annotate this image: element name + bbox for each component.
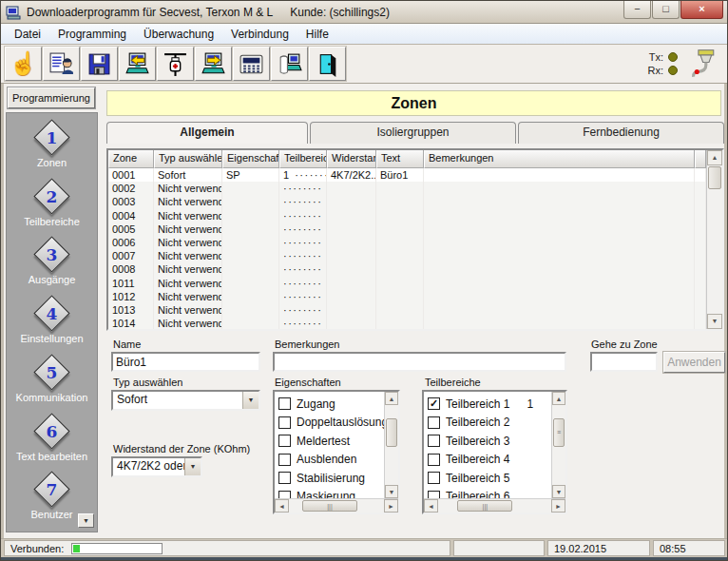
bemerkungen-input[interactable] — [273, 352, 566, 372]
sidebar-item-teilbereiche[interactable]: 2 Teilbereiche — [7, 180, 97, 239]
scrollbar-thumb[interactable]: ||| — [302, 500, 357, 512]
checkbox[interactable] — [278, 397, 291, 410]
eigenschaft-stabilisierung[interactable]: Stabilisierung — [278, 469, 382, 488]
print-button[interactable] — [271, 47, 308, 81]
sidebar-item-einstellungen[interactable]: 4 Einstellungen — [7, 297, 97, 356]
eigenschaft-zugang[interactable]: Zugang — [278, 395, 382, 414]
menu-verbindung[interactable]: Verbindung — [223, 26, 297, 43]
zone-test-button[interactable] — [157, 47, 194, 81]
checkbox[interactable] — [278, 435, 291, 447]
send-button[interactable] — [195, 47, 232, 81]
col-eigenschaften[interactable]: Eigenschaften — [222, 150, 279, 168]
sidebar-item-text-bearbeiten[interactable]: 6 Text bearbeiten — [7, 415, 97, 474]
anwenden-button[interactable]: Anwenden — [663, 352, 725, 373]
scroll-up-icon[interactable]: ▲ — [707, 150, 722, 165]
gehe-zu-zone-input[interactable] — [590, 352, 658, 372]
tab-allgemein[interactable]: Allgemein — [106, 122, 308, 144]
eigenschaften-vertical-scrollbar[interactable]: ▲ ▼ — [384, 392, 398, 498]
col-typ[interactable]: Typ auswählen — [154, 150, 222, 168]
scrollbar-thumb[interactable] — [386, 418, 397, 447]
menu-ueberwachung[interactable]: Überwachung — [136, 26, 221, 43]
tab-isoliergruppen[interactable]: Isoliergruppen — [310, 122, 516, 144]
table-row[interactable]: 0005Nicht verwendet ········ — [108, 222, 706, 236]
scroll-left-icon[interactable]: ◄ — [424, 499, 438, 513]
teilbereich-6[interactable]: Teilbereich 6 — [428, 488, 549, 499]
teilbereich-1[interactable]: ✓ Teilbereich 1 1 — [428, 395, 549, 414]
scroll-left-icon[interactable]: ◄ — [275, 499, 289, 513]
programmierung-header-button[interactable]: Programmierung — [8, 87, 95, 108]
eigenschaft-ausblenden[interactable]: Ausblenden — [278, 451, 382, 470]
checkbox[interactable] — [428, 435, 440, 447]
tab-fernbedienung[interactable]: Fernbedienung — [518, 122, 724, 144]
teilbereich-3[interactable]: Teilbereich 3 — [428, 432, 549, 451]
teilbereich-5[interactable]: Teilbereich 5 — [428, 469, 549, 488]
checkbox[interactable] — [428, 416, 440, 429]
col-zone[interactable]: Zone — [108, 150, 154, 168]
checkbox[interactable] — [278, 491, 291, 498]
name-input[interactable] — [111, 352, 260, 372]
close-button[interactable]: × — [680, 1, 723, 19]
sidebar-scroll-down-button[interactable]: ▼ — [78, 513, 94, 528]
menu-datei[interactable]: Datei — [7, 26, 48, 43]
table-row[interactable]: 1012Nicht verwendet ········ — [108, 290, 706, 303]
combo-arrow-icon[interactable]: ▼ — [242, 392, 259, 409]
minimize-button[interactable]: − — [623, 1, 651, 19]
table-row[interactable]: 0008Nicht verwendet ········ — [108, 262, 706, 276]
scroll-down-icon[interactable]: ▼ — [552, 485, 565, 498]
scrollbar-thumb[interactable] — [708, 166, 721, 189]
table-row[interactable]: 0003Nicht verwendet ········ — [108, 195, 706, 208]
sidebar-item-ausgaenge[interactable]: 3 Ausgänge — [7, 238, 97, 297]
teilbereich-4[interactable]: Teilbereich 4 — [428, 451, 549, 470]
teilbereich-2[interactable]: Teilbereich 2 — [428, 414, 549, 433]
exit-button[interactable] — [309, 47, 346, 81]
checkbox[interactable] — [428, 491, 440, 498]
eigenschaft-meldertest[interactable]: Meldertest — [278, 432, 382, 451]
table-row[interactable]: 0001Sofort SP1 ······· 4K7/2K2...Büro1 — [108, 168, 706, 182]
receive-button[interactable] — [119, 47, 156, 81]
table-vertical-scrollbar[interactable]: ▲ ▼ — [706, 150, 722, 329]
checkbox[interactable] — [278, 416, 291, 429]
scroll-up-icon[interactable]: ▲ — [552, 392, 565, 405]
teilbereiche-horizontal-scrollbar[interactable]: ◄ ||| ► — [424, 498, 565, 513]
scrollbar-thumb[interactable]: ||| — [457, 500, 512, 512]
eigenschaft-maskierung[interactable]: Maskierung — [278, 488, 382, 499]
col-teilbereich[interactable]: Teilbereich — [279, 150, 327, 168]
eigenschaften-horizontal-scrollbar[interactable]: ◄ ||| ► — [275, 498, 398, 513]
eigenschaft-doppeltausloesung[interactable]: Doppeltauslösung — [278, 414, 382, 433]
combo-arrow-icon[interactable]: ▼ — [184, 458, 201, 475]
scroll-down-icon[interactable]: ▼ — [385, 485, 398, 498]
menu-programming[interactable]: Programming — [50, 26, 134, 43]
col-widerstand[interactable]: Widerstand — [327, 150, 376, 168]
table-row[interactable]: 1014Nicht verwendet ········ — [108, 317, 706, 329]
widerstand-select[interactable]: 4K7/2K2 oder ▼ — [111, 456, 202, 477]
table-row[interactable]: 0002Nicht verwendet ········ — [108, 182, 706, 195]
sidebar-item-zonen[interactable]: 1 Zonen — [7, 121, 97, 180]
teilbereiche-vertical-scrollbar[interactable]: ▲ ≡ ▼ — [551, 392, 565, 498]
checkbox[interactable] — [428, 454, 440, 466]
table-row[interactable]: 1013Nicht verwendet ········ — [108, 303, 706, 317]
checkbox[interactable] — [428, 472, 440, 484]
save-button[interactable] — [81, 47, 118, 81]
scroll-right-icon[interactable]: ► — [384, 499, 398, 513]
scroll-down-icon[interactable]: ▼ — [707, 314, 722, 329]
checkbox[interactable] — [278, 472, 291, 484]
customer-data-button[interactable] — [43, 47, 80, 81]
menu-hilfe[interactable]: Hilfe — [298, 26, 336, 43]
scroll-right-icon[interactable]: ► — [551, 499, 565, 513]
sidebar-item-kommunikation[interactable]: 5 Kommunikation — [7, 356, 97, 415]
scrollbar-thumb[interactable]: ≡ — [553, 418, 565, 447]
col-text[interactable]: Text — [376, 150, 424, 168]
checkbox[interactable] — [278, 454, 291, 466]
typ-auswaehlen-select[interactable]: Sofort ▼ — [111, 390, 260, 411]
table-row[interactable]: 0004Nicht verwendet ········ — [108, 209, 706, 222]
table-row[interactable]: 1011Nicht verwendet ········ — [108, 277, 706, 290]
tab-bar: Allgemein Isoliergruppen Fernbedienung — [106, 122, 724, 144]
table-row[interactable]: 0006Nicht verwendet ········ — [108, 236, 706, 249]
keypad-button[interactable] — [233, 47, 270, 81]
table-row[interactable]: 0007Nicht verwendet ········ — [108, 249, 706, 262]
col-bemerkungen[interactable]: Bemerkungen — [424, 150, 695, 168]
scroll-up-icon[interactable]: ▲ — [385, 392, 398, 405]
checkbox-checked[interactable]: ✓ — [428, 397, 440, 410]
maximize-button[interactable]: □ — [652, 1, 680, 19]
hand-button[interactable]: ☝ — [5, 47, 42, 81]
